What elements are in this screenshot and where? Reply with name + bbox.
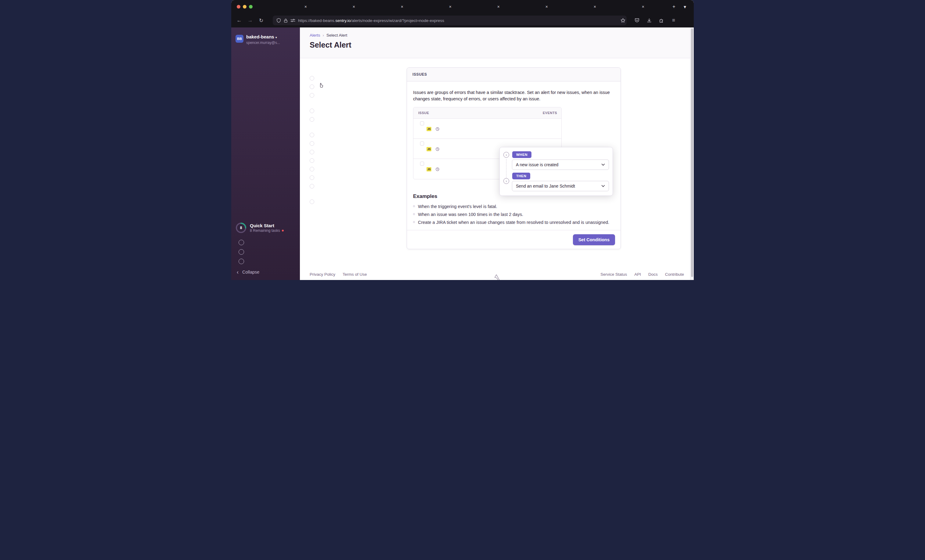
alert-type-radio-option[interactable]: [310, 156, 403, 165]
tab-close-icon[interactable]: ×: [448, 4, 452, 9]
radio-button[interactable]: [310, 117, 314, 122]
alert-type-radio-option[interactable]: [310, 139, 403, 148]
sidebar-utility-item[interactable]: [234, 247, 297, 256]
browser-tab[interactable]: ×: [455, 2, 503, 12]
radio-button[interactable]: [310, 132, 314, 137]
zoom-window-button[interactable]: [249, 5, 253, 9]
alert-type-radio-option[interactable]: [310, 165, 403, 173]
chevron-down-icon: [601, 185, 605, 187]
chevron-down-icon: [601, 164, 605, 166]
breadcrumb-alerts-link[interactable]: Alerts: [310, 33, 320, 38]
radio-button[interactable]: [310, 184, 314, 188]
sidebar-item[interactable]: [234, 68, 297, 78]
radio-button[interactable]: [310, 108, 314, 113]
sidebar-item[interactable]: [234, 144, 297, 154]
collapse-button[interactable]: ‹ Collapse: [231, 266, 300, 278]
scrollbar-thumb[interactable]: [691, 29, 693, 277]
footer-link[interactable]: Docs: [648, 272, 658, 277]
when-condition-select[interactable]: A new issue is created: [512, 160, 609, 170]
menu-icon[interactable]: ≡: [669, 15, 678, 25]
org-switcher[interactable]: BB baked-beans▾ spencer.murray@s...: [231, 32, 300, 50]
alert-type-radio-option[interactable]: [310, 173, 403, 182]
sidebar-item[interactable]: [234, 87, 297, 97]
tab-close-icon[interactable]: ×: [304, 4, 308, 9]
radio-button[interactable]: [310, 141, 314, 146]
lock-icon[interactable]: [284, 18, 288, 23]
tab-close-icon[interactable]: ×: [352, 4, 356, 9]
footer-link[interactable]: API: [634, 272, 641, 277]
radio-button[interactable]: [310, 84, 314, 89]
close-window-button[interactable]: [237, 5, 240, 9]
alert-type-radio-option[interactable]: [310, 182, 403, 190]
tab-close-icon[interactable]: ×: [400, 4, 404, 9]
footer-link[interactable]: Privacy Policy: [310, 272, 335, 277]
radio-button[interactable]: [310, 93, 314, 98]
radio-button[interactable]: [310, 175, 314, 180]
alert-type-radio-option[interactable]: [310, 197, 403, 206]
footer-link[interactable]: Contribute: [665, 272, 684, 277]
sidebar-item[interactable]: [234, 163, 297, 172]
sidebar-item[interactable]: [234, 50, 297, 59]
main-content: Alerts › Select Alert Select Alert: [300, 27, 694, 280]
quick-start[interactable]: 8 Quick Start 8 Remaining tasks: [231, 221, 300, 235]
sidebar-item[interactable]: [234, 97, 297, 106]
alert-type-radio-option[interactable]: [310, 131, 403, 139]
sidebar-item[interactable]: [234, 134, 297, 144]
alert-type-radio-option[interactable]: [310, 74, 403, 82]
issue-checkbox[interactable]: [420, 142, 424, 146]
browser-tab[interactable]: ×: [262, 2, 310, 12]
radio-button[interactable]: [310, 76, 314, 81]
notification-dot: [282, 230, 284, 232]
minimize-window-button[interactable]: [243, 5, 247, 9]
reload-button[interactable]: ↻: [256, 15, 266, 25]
scrollbar[interactable]: [690, 27, 694, 280]
sidebar-item[interactable]: [234, 116, 297, 125]
radio-button[interactable]: [310, 150, 314, 154]
browser-tab[interactable]: ×: [358, 2, 406, 12]
footer-link[interactable]: Terms of Use: [343, 272, 367, 277]
sidebar-item[interactable]: [234, 78, 297, 87]
bookmark-star-icon[interactable]: [621, 18, 625, 23]
sidebar-item[interactable]: [234, 59, 297, 68]
tab-close-icon[interactable]: ×: [641, 4, 645, 9]
pocket-icon[interactable]: [632, 15, 642, 25]
sidebar-utility-item[interactable]: [234, 238, 297, 247]
tab-close-icon[interactable]: ×: [496, 4, 501, 9]
browser-tab[interactable]: ×: [599, 2, 647, 12]
downloads-icon[interactable]: [644, 15, 654, 25]
sidebar-utility-item[interactable]: [234, 256, 297, 266]
radio-button[interactable]: [310, 167, 314, 172]
sidebar-item[interactable]: [234, 125, 297, 134]
forward-button[interactable]: →: [245, 15, 255, 25]
browser-tab[interactable]: ×: [503, 2, 551, 12]
alert-type-radio-option[interactable]: [310, 91, 403, 99]
issue-checkbox[interactable]: [420, 162, 424, 166]
shield-icon[interactable]: [276, 18, 281, 23]
set-conditions-button[interactable]: Set Conditions: [573, 234, 615, 245]
browser-tab[interactable]: ×: [551, 2, 599, 12]
list-tabs-button[interactable]: ▾: [680, 2, 690, 11]
browser-tab[interactable]: ×: [310, 2, 358, 12]
tab-close-icon[interactable]: ×: [593, 4, 597, 9]
footer-link[interactable]: Service Status: [600, 272, 627, 277]
issue-row[interactable]: JS: [413, 119, 561, 139]
sentry-logo: [492, 274, 501, 280]
then-action-select[interactable]: Send an email to Jane Schmidt: [512, 181, 609, 191]
url-text[interactable]: https://baked-beans.sentry.io/alerts/nod…: [298, 18, 618, 23]
sidebar-item[interactable]: [234, 154, 297, 163]
back-button[interactable]: ←: [234, 15, 244, 25]
new-tab-button[interactable]: +: [669, 2, 678, 11]
alert-type-radio-option[interactable]: [310, 115, 403, 123]
radio-button[interactable]: [310, 158, 314, 163]
url-bar[interactable]: https://baked-beans.sentry.io/alerts/nod…: [273, 15, 627, 25]
browser-tab[interactable]: ×: [406, 2, 455, 12]
alert-type-radio-option[interactable]: [310, 107, 403, 115]
tab-close-icon[interactable]: ×: [545, 4, 549, 9]
issue-checkbox[interactable]: [420, 121, 424, 125]
extensions-icon[interactable]: [657, 15, 666, 25]
alert-type-radio-option[interactable]: [310, 148, 403, 156]
permissions-icon[interactable]: [291, 19, 295, 22]
radio-button[interactable]: [310, 199, 314, 204]
sidebar-item[interactable]: [234, 106, 297, 116]
clock-icon: [435, 167, 439, 171]
